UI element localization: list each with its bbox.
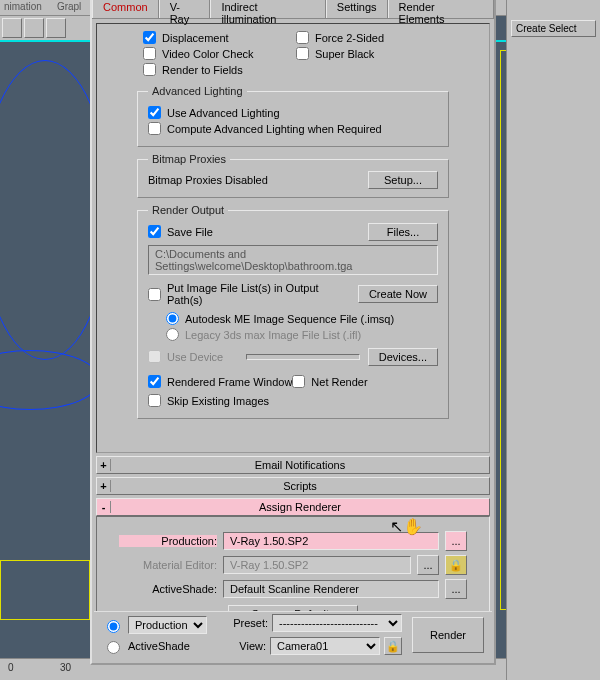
save-file-checkbox[interactable]: Save File	[148, 225, 360, 238]
render-bottom-bar: Production ActiveShade Preset: ---------…	[94, 611, 492, 634]
create-now-button[interactable]: Create Now	[358, 285, 438, 303]
force-2sided-checkbox[interactable]: Force 2-Sided	[296, 31, 449, 44]
tab-render-elements[interactable]: Render Elements	[388, 0, 494, 18]
tool-icon[interactable]	[2, 18, 22, 38]
use-advanced-lighting-checkbox[interactable]: Use Advanced Lighting	[148, 106, 438, 119]
activeshade-renderer: Default Scanline Renderer	[223, 580, 439, 598]
render-output-group: Render Output Save File Files... C:\Docu…	[137, 204, 449, 419]
choose-production-renderer-button[interactable]: ...	[445, 531, 467, 551]
production-renderer: V-Ray 1.50.SP2	[223, 532, 439, 550]
render-setup-dialog: Common V-Ray Indirect illumination Setti…	[90, 0, 496, 665]
menu-item[interactable]: Grapl	[53, 1, 81, 12]
skip-existing-checkbox[interactable]: Skip Existing Images	[148, 394, 438, 407]
bitmap-proxies-group: Bitmap Proxies Bitmap Proxies Disabled S…	[137, 153, 449, 198]
production-mode-select[interactable]: Production	[128, 616, 207, 634]
material-editor-renderer: V-Ray 1.50.SP2	[223, 556, 411, 574]
ruler-tick: 0	[8, 662, 14, 673]
material-editor-label: Material Editor:	[119, 559, 217, 571]
group-legend: Advanced Lighting	[148, 85, 247, 97]
common-params-scroll[interactable]: Displacement Video Color Check Render to…	[96, 23, 490, 453]
menu-item[interactable]: nimation	[0, 1, 42, 12]
tool-icon[interactable]	[24, 18, 44, 38]
devices-button[interactable]: Devices...	[368, 348, 438, 366]
device-name	[246, 354, 360, 360]
production-radio[interactable]: Production	[102, 616, 207, 634]
output-path: C:\Documents and Settings\welcome\Deskto…	[148, 245, 438, 275]
scripts-rollout[interactable]: + Scripts	[96, 477, 490, 495]
assign-renderer-rollout[interactable]: - Assign Renderer	[96, 498, 490, 516]
group-legend: Bitmap Proxies	[148, 153, 230, 165]
video-color-check-checkbox[interactable]: Video Color Check	[143, 47, 296, 60]
imsq-radio[interactable]: Autodesk ME Image Sequence File (.imsq)	[166, 312, 438, 325]
use-device-checkbox: Use Device	[148, 350, 238, 363]
compute-advanced-lighting-checkbox[interactable]: Compute Advanced Lighting when Required	[148, 122, 438, 135]
tab-indirect-illumination[interactable]: Indirect illumination	[210, 0, 325, 18]
choose-activeshade-renderer-button[interactable]: ...	[445, 579, 467, 599]
group-legend: Render Output	[148, 204, 228, 216]
super-black-checkbox[interactable]: Super Black	[296, 47, 449, 60]
rendered-frame-window-checkbox[interactable]: Rendered Frame Window	[148, 375, 292, 388]
ifl-radio[interactable]: Legacy 3ds max Image File List (.ifl)	[166, 328, 438, 341]
advanced-lighting-group: Advanced Lighting Use Advanced Lighting …	[137, 85, 449, 147]
email-notifications-rollout[interactable]: + Email Notifications	[96, 456, 490, 474]
render-to-fields-checkbox[interactable]: Render to Fields	[143, 63, 296, 76]
toolbar-left	[0, 16, 90, 40]
activeshade-label: ActiveShade:	[119, 583, 217, 595]
tool-icon[interactable]	[46, 18, 66, 38]
tab-vray[interactable]: V-Ray	[159, 0, 211, 18]
expand-icon: +	[97, 459, 111, 471]
create-selection-button[interactable]: Create Select	[511, 20, 596, 37]
preset-label: Preset:	[233, 617, 268, 629]
displacement-checkbox[interactable]: Displacement	[143, 31, 296, 44]
files-button[interactable]: Files...	[368, 223, 438, 241]
put-image-file-list-checkbox[interactable]: Put Image File List(s) in Output Path(s)	[148, 282, 350, 306]
tab-settings[interactable]: Settings	[326, 0, 388, 18]
collapse-icon: -	[97, 501, 111, 513]
lock-icon[interactable]: 🔒	[445, 555, 467, 575]
ruler-tick: 30	[60, 662, 71, 673]
choose-material-editor-renderer-button[interactable]: ...	[417, 555, 439, 575]
bitmap-proxies-status: Bitmap Proxies Disabled	[148, 174, 360, 186]
preset-select[interactable]: ---------------------------	[272, 614, 402, 632]
render-button[interactable]: Render	[412, 617, 484, 635]
bitmap-setup-button[interactable]: Setup...	[368, 171, 438, 189]
expand-icon: +	[97, 480, 111, 492]
tab-strip: Common V-Ray Indirect illumination Setti…	[92, 0, 494, 19]
net-render-checkbox[interactable]: Net Render	[292, 375, 367, 388]
command-panel: Create Select	[506, 0, 600, 680]
production-label: Production:	[119, 535, 217, 547]
tab-common[interactable]: Common	[92, 0, 159, 18]
